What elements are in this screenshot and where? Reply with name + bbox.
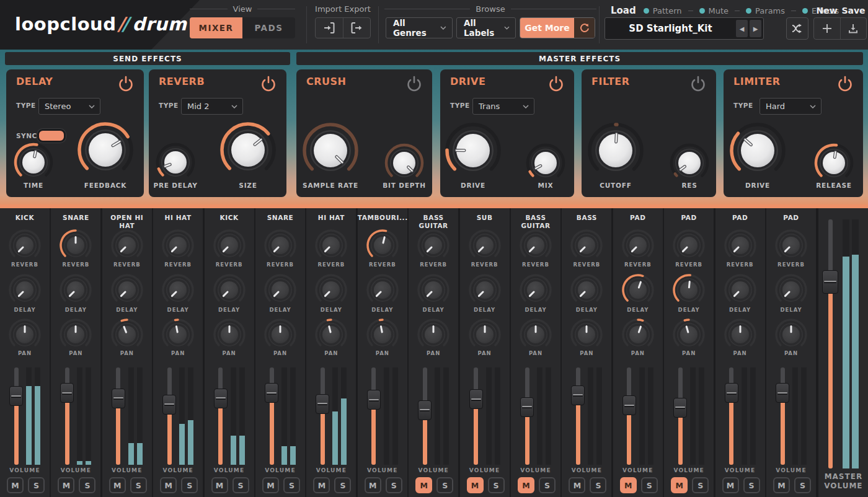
volume-fader-handle[interactable]	[725, 383, 738, 403]
volume-fader-handle[interactable]	[265, 383, 278, 403]
channel-delay-knob[interactable]	[619, 271, 657, 309]
load-toggle-mute[interactable]: Mute	[699, 6, 729, 15]
tab-mixer[interactable]: MIXER	[190, 17, 242, 38]
solo-button[interactable]: S	[436, 477, 453, 493]
drive-mix-knob[interactable]	[522, 139, 569, 187]
volume-fader-handle[interactable]	[776, 383, 789, 403]
mute-button[interactable]: M	[109, 477, 126, 493]
channel-pan-knob[interactable]	[6, 316, 43, 353]
channel-delay-knob[interactable]	[415, 271, 452, 309]
channel-delay-knob[interactable]	[211, 271, 248, 309]
delay-feedback-knob[interactable]	[73, 118, 138, 182]
solo-button[interactable]: S	[794, 477, 811, 493]
effect-type-select[interactable]: Stereo	[38, 98, 100, 115]
volume-fader-handle[interactable]	[214, 389, 228, 408]
solo-button[interactable]: S	[488, 477, 505, 493]
drive-drive-knob[interactable]	[441, 118, 505, 183]
channel-delay-knob[interactable]	[670, 271, 707, 309]
mute-button[interactable]: M	[365, 477, 381, 493]
labels-select[interactable]: All Labels	[456, 17, 516, 38]
limiter-drive-knob[interactable]	[725, 118, 790, 183]
channel-pan-knob[interactable]	[619, 316, 657, 353]
channel-reverb-knob[interactable]	[773, 227, 810, 264]
channel-reverb-knob[interactable]	[568, 227, 605, 264]
genres-select[interactable]: All Genres	[386, 17, 453, 38]
channel-reverb-knob[interactable]	[57, 227, 94, 264]
mute-button[interactable]: M	[467, 477, 484, 493]
import-button[interactable]	[316, 18, 343, 38]
solo-button[interactable]: S	[692, 477, 709, 493]
solo-button[interactable]: S	[130, 477, 147, 493]
mute-button[interactable]: M	[313, 477, 330, 493]
mute-button[interactable]: M	[211, 477, 228, 493]
solo-button[interactable]: S	[283, 477, 300, 493]
channel-delay-knob[interactable]	[6, 271, 43, 309]
filter-cutoff-knob[interactable]	[583, 118, 648, 183]
volume-fader-handle[interactable]	[60, 383, 74, 403]
channel-pan-knob[interactable]	[312, 316, 350, 353]
volume-fader-handle[interactable]	[112, 389, 125, 408]
channel-delay-knob[interactable]	[722, 271, 759, 309]
channel-pan-knob[interactable]	[415, 316, 452, 353]
channel-reverb-knob[interactable]	[466, 227, 503, 264]
channel-reverb-knob[interactable]	[159, 227, 197, 264]
channel-pan-knob[interactable]	[57, 316, 94, 353]
channel-reverb-knob[interactable]	[262, 227, 299, 264]
mute-button[interactable]: M	[569, 477, 585, 493]
channel-delay-knob[interactable]	[568, 271, 605, 309]
channel-delay-knob[interactable]	[517, 271, 554, 309]
power-icon[interactable]	[117, 74, 135, 93]
limiter-release-knob[interactable]	[810, 139, 857, 187]
power-icon[interactable]	[689, 74, 707, 93]
channel-pan-knob[interactable]	[159, 316, 197, 353]
volume-fader-handle[interactable]	[520, 397, 534, 417]
preset-name[interactable]: SD Starlight_Kit	[605, 23, 736, 34]
mute-button[interactable]: M	[7, 477, 24, 493]
channel-reverb-knob[interactable]	[211, 227, 248, 264]
volume-fader-handle[interactable]	[622, 395, 636, 415]
channel-pan-knob[interactable]	[466, 316, 503, 353]
new-preset-button[interactable]	[814, 18, 840, 39]
effect-type-select[interactable]: Trans	[472, 98, 534, 115]
volume-fader-handle[interactable]	[367, 390, 381, 410]
volume-fader-handle[interactable]	[316, 394, 329, 414]
channel-reverb-knob[interactable]	[6, 227, 43, 264]
tab-pads[interactable]: PADS	[242, 17, 295, 38]
mute-button[interactable]: M	[671, 477, 688, 493]
channel-pan-knob[interactable]	[670, 316, 707, 353]
mute-button[interactable]: M	[620, 477, 637, 493]
channel-pan-knob[interactable]	[722, 316, 759, 353]
solo-button[interactable]: S	[79, 477, 95, 493]
export-button[interactable]	[343, 18, 371, 38]
volume-fader-handle[interactable]	[418, 400, 432, 420]
channel-reverb-knob[interactable]	[670, 227, 707, 264]
channel-delay-knob[interactable]	[262, 271, 299, 309]
channel-delay-knob[interactable]	[312, 271, 350, 309]
channel-pan-knob[interactable]	[262, 316, 299, 353]
channel-reverb-knob[interactable]	[517, 227, 554, 264]
mute-button[interactable]: M	[722, 477, 739, 493]
channel-delay-knob[interactable]	[159, 271, 197, 309]
volume-fader-handle[interactable]	[9, 386, 23, 406]
power-icon[interactable]	[836, 74, 854, 93]
mute-button[interactable]: M	[58, 477, 74, 493]
volume-fader-handle[interactable]	[822, 270, 838, 294]
channel-delay-knob[interactable]	[108, 271, 146, 309]
channel-delay-knob[interactable]	[466, 271, 503, 309]
mute-button[interactable]: M	[518, 477, 534, 493]
mute-button[interactable]: M	[262, 477, 279, 493]
channel-pan-knob[interactable]	[211, 316, 248, 353]
load-toggle-params[interactable]: Params	[746, 6, 785, 15]
channel-pan-knob[interactable]	[568, 316, 605, 353]
reverb-size-knob[interactable]	[216, 118, 280, 182]
reverb-pre-delay-knob[interactable]	[152, 139, 199, 186]
volume-fader-handle[interactable]	[673, 398, 687, 418]
channel-pan-knob[interactable]	[108, 316, 146, 353]
channel-reverb-knob[interactable]	[108, 227, 146, 264]
channel-delay-knob[interactable]	[364, 271, 401, 309]
volume-fader-handle[interactable]	[469, 389, 483, 409]
power-icon[interactable]	[547, 74, 565, 93]
effect-type-select[interactable]: Mid 2	[181, 98, 243, 115]
save-preset-button[interactable]	[840, 18, 867, 39]
solo-button[interactable]: S	[181, 477, 198, 493]
